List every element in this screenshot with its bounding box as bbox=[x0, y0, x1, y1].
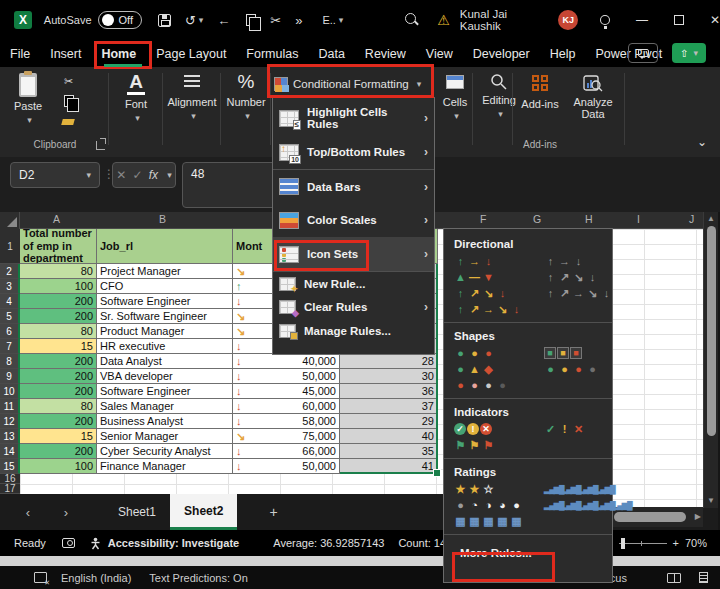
cf-menu-item-color-scales[interactable]: Color Scales› bbox=[273, 203, 434, 237]
menu-tab-view[interactable]: View bbox=[416, 42, 463, 66]
icon-set-option[interactable]: ✓!✕ bbox=[454, 423, 492, 435]
warning-icon[interactable]: ⚠ bbox=[437, 12, 450, 28]
search-icon[interactable] bbox=[405, 13, 419, 27]
comments-button[interactable] bbox=[628, 43, 658, 63]
vertical-scrollbar[interactable]: ▲ ▼ bbox=[703, 212, 718, 508]
row-header-17[interactable]: 17 bbox=[0, 484, 20, 494]
row-header-7[interactable]: 7 bbox=[0, 339, 20, 354]
icon-set-option[interactable]: ●●●● bbox=[454, 379, 509, 392]
status-mode[interactable]: Ready bbox=[14, 537, 46, 549]
menu-tab-developer[interactable]: Developer bbox=[463, 42, 540, 66]
cell-a9[interactable]: 200 bbox=[20, 369, 97, 384]
cells-group-button[interactable]: Cells ▾ bbox=[437, 75, 473, 121]
cell-c9[interactable]: ↓50,000 bbox=[233, 369, 340, 384]
cell-c11[interactable]: ↓60,000 bbox=[233, 399, 340, 414]
icon-set-option[interactable]: ●●● bbox=[454, 347, 495, 360]
zoom-slider-thumb[interactable] bbox=[621, 538, 625, 549]
cf-menu-item-clear-rules[interactable]: Clear Rules› bbox=[273, 295, 434, 319]
more-commands-icon[interactable]: » bbox=[295, 13, 302, 28]
cell-b5[interactable]: Sr. Software Engineer bbox=[97, 309, 233, 324]
copy-button[interactable] bbox=[64, 95, 74, 107]
column-header-a[interactable]: A bbox=[53, 213, 60, 225]
icon-set-option[interactable]: ●●●● bbox=[544, 363, 599, 376]
icon-set-option[interactable]: ★★☆ bbox=[454, 483, 495, 496]
cell-b4[interactable]: Software Engineer bbox=[97, 294, 233, 309]
column-header-f[interactable]: F bbox=[480, 213, 486, 225]
cell-b12[interactable]: Business Analyst bbox=[97, 414, 233, 429]
zoom-slider[interactable] bbox=[619, 543, 667, 544]
row-header-3[interactable]: 3 bbox=[0, 279, 20, 294]
insert-function-icon[interactable]: fx bbox=[149, 168, 158, 182]
language-status[interactable]: English (India) bbox=[61, 572, 131, 584]
cell-b6[interactable]: Product Manager bbox=[97, 324, 233, 339]
icon-set-option[interactable]: ▂▄▆█▂▄▆█▂▄▆█▂▄▆█ bbox=[544, 483, 611, 496]
icon-set-option[interactable]: ⚑⚑⚑ bbox=[454, 439, 495, 452]
share-button[interactable]: ⇧▾ bbox=[672, 43, 706, 63]
column-header-b[interactable]: B bbox=[159, 213, 166, 225]
cell-b2[interactable]: Project Manager bbox=[97, 264, 233, 279]
next-sheet-icon[interactable]: › bbox=[56, 505, 76, 520]
maximize-button[interactable] bbox=[674, 15, 684, 25]
font-group-button[interactable]: A Font ▾ bbox=[112, 72, 160, 123]
undo-chevron-icon[interactable]: ▾ bbox=[199, 15, 204, 25]
icon-set-option[interactable]: ↑→↓ bbox=[544, 255, 585, 268]
avatar[interactable]: KJ bbox=[558, 10, 578, 30]
icon-set-option[interactable]: ▦▦▦▦▦ bbox=[454, 515, 523, 528]
menu-tab-file[interactable]: File bbox=[0, 42, 40, 66]
cell-b15[interactable]: Finance Manager bbox=[97, 459, 233, 474]
name-box[interactable]: D2 ▾ bbox=[10, 162, 100, 188]
select-all-corner[interactable] bbox=[0, 212, 20, 229]
macro-record-icon[interactable] bbox=[62, 538, 75, 548]
cell-a2[interactable]: 80 bbox=[20, 264, 97, 279]
row-header-12[interactable]: 12 bbox=[0, 414, 20, 429]
cut-button[interactable]: ✂ bbox=[64, 75, 73, 88]
cell-a4[interactable]: 200 bbox=[20, 294, 97, 309]
row-header-6[interactable]: 6 bbox=[0, 324, 20, 339]
cell-a13[interactable]: 15 bbox=[20, 429, 97, 444]
cell-a1[interactable]: Total number of emp in department bbox=[20, 229, 97, 264]
format-painter-button[interactable] bbox=[61, 119, 75, 125]
row-header-11[interactable]: 11 bbox=[0, 399, 20, 414]
sheet-tab-sheet2[interactable]: Sheet2 bbox=[170, 494, 237, 530]
menu-tab-home[interactable]: Home bbox=[91, 42, 146, 66]
cf-menu-item-manage-rules[interactable]: Manage Rules... bbox=[273, 319, 434, 343]
document-name-menu[interactable]: E.. ▾ bbox=[322, 14, 343, 26]
status-average[interactable]: Average: 36.92857143 bbox=[273, 537, 384, 549]
cell-c15[interactable]: ↓50,000 bbox=[233, 459, 340, 474]
more-rules-item[interactable]: More Rules... bbox=[444, 539, 612, 559]
cut-icon[interactable]: ✂ bbox=[270, 13, 281, 28]
user-name[interactable]: Kunal Jai Kaushik bbox=[460, 8, 551, 32]
cell-a10[interactable]: 200 bbox=[20, 384, 97, 399]
editing-group-button[interactable]: Editing ▾ bbox=[476, 73, 522, 119]
cancel-formula-icon[interactable]: ✕ bbox=[116, 168, 126, 182]
scroll-down-icon[interactable]: ▼ bbox=[707, 496, 715, 505]
text-predictions-status[interactable]: Text Predictions: On bbox=[149, 572, 247, 584]
cell-b14[interactable]: Cyber Security Analyst bbox=[97, 444, 233, 459]
cell-a3[interactable]: 100 bbox=[20, 279, 97, 294]
cell-b7[interactable]: HR executive bbox=[97, 339, 233, 354]
cf-menu-item-data-bars[interactable]: Data Bars› bbox=[273, 169, 434, 203]
ribbon-collapse-icon[interactable]: ⌄ bbox=[697, 135, 707, 149]
paste-button[interactable]: Paste ▾ bbox=[14, 73, 42, 125]
row-header-5[interactable]: 5 bbox=[0, 309, 20, 324]
icon-set-option[interactable]: ↑↗→↘↓ bbox=[544, 287, 613, 300]
cf-menu-item-highlight-cells-rules[interactable]: Highlight Cells Rules› bbox=[273, 101, 434, 135]
cell-a7[interactable]: 15 bbox=[20, 339, 97, 354]
cell-b3[interactable]: CFO bbox=[97, 279, 233, 294]
menu-tab-formulas[interactable]: Formulas bbox=[236, 42, 308, 66]
copy-icon[interactable] bbox=[246, 14, 256, 26]
icon-set-option[interactable]: ↑↗→↘↓ bbox=[454, 303, 523, 316]
clipboard-dialog-launcher-icon[interactable] bbox=[96, 141, 105, 150]
cell-a15[interactable]: 100 bbox=[20, 459, 97, 474]
icon-set-option[interactable]: ↑→↓ bbox=[454, 255, 495, 268]
cell-a12[interactable]: 200 bbox=[20, 414, 97, 429]
cf-menu-item-new-rule[interactable]: New Rule... bbox=[273, 271, 434, 295]
row-header-1[interactable]: 1 bbox=[0, 229, 20, 264]
cell-c14[interactable]: ↓66,000 bbox=[233, 444, 340, 459]
column-header-h[interactable]: H bbox=[585, 213, 593, 225]
cell-a6[interactable]: 80 bbox=[20, 324, 97, 339]
row-header-14[interactable]: 14 bbox=[0, 444, 20, 459]
addins-button[interactable]: Add-ins bbox=[518, 75, 562, 110]
row-header-10[interactable]: 10 bbox=[0, 384, 20, 399]
cell-b1[interactable]: Job_rl bbox=[97, 229, 233, 264]
